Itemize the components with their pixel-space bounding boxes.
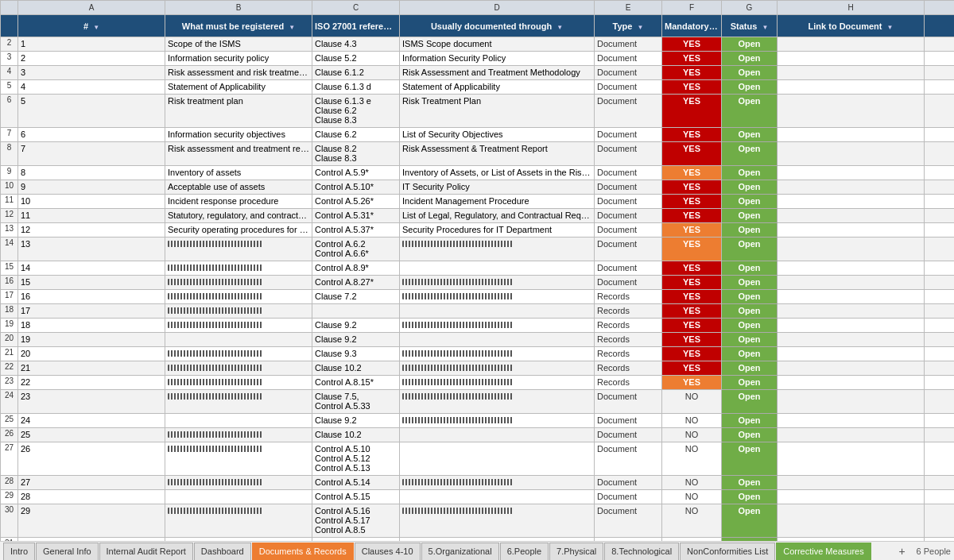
status[interactable]: Open xyxy=(722,95,778,128)
link-to-document[interactable] xyxy=(778,414,925,428)
comments[interactable] xyxy=(925,261,955,276)
sheet-tab[interactable]: Clauses 4-10 xyxy=(355,543,421,560)
status[interactable]: Open xyxy=(722,223,778,238)
status[interactable]: Open xyxy=(722,442,778,476)
comments[interactable] xyxy=(925,390,955,414)
comments[interactable] xyxy=(925,376,955,390)
comments[interactable] xyxy=(925,414,955,428)
sheet-tab[interactable]: 8.Technological xyxy=(604,543,679,560)
comments[interactable] xyxy=(925,442,955,476)
comments[interactable] xyxy=(925,538,955,542)
link-to-document[interactable] xyxy=(778,333,925,347)
sheet-tab[interactable]: Intro xyxy=(3,543,35,560)
link-to-document[interactable] xyxy=(778,428,925,442)
link-to-document[interactable] xyxy=(778,142,925,166)
sheet-tab[interactable]: General Info xyxy=(36,543,99,560)
status[interactable]: Open xyxy=(722,490,778,504)
comments[interactable] xyxy=(925,333,955,347)
sheet-tab[interactable]: 7.Physical xyxy=(549,543,603,560)
comments[interactable] xyxy=(925,347,955,361)
status[interactable]: Open xyxy=(722,195,778,209)
status[interactable]: Open xyxy=(722,142,778,166)
comments[interactable] xyxy=(925,195,955,209)
status[interactable]: Open xyxy=(722,390,778,414)
comments[interactable] xyxy=(925,37,955,52)
status[interactable]: Open xyxy=(722,238,778,261)
col-header-status[interactable]: Status ▼ xyxy=(722,15,778,37)
sheet-tab[interactable]: 5.Organizational xyxy=(421,543,499,560)
status[interactable]: Open xyxy=(722,414,778,428)
col-header-num[interactable]: # ▼ xyxy=(18,15,165,37)
col-header-mandatory[interactable]: Mandatory ▼ xyxy=(662,15,722,37)
comments[interactable] xyxy=(925,490,955,504)
comments[interactable] xyxy=(925,290,955,304)
link-to-document[interactable] xyxy=(778,442,925,476)
status[interactable]: Open xyxy=(722,276,778,290)
link-to-document[interactable] xyxy=(778,52,925,66)
link-to-document[interactable] xyxy=(778,490,925,504)
link-to-document[interactable] xyxy=(778,128,925,142)
sheet-tab[interactable]: Internal Audit Report xyxy=(99,543,193,560)
sheet-tab[interactable]: NonConformities List xyxy=(680,543,775,560)
comments[interactable] xyxy=(925,66,955,80)
comments[interactable] xyxy=(925,142,955,166)
link-to-document[interactable] xyxy=(778,195,925,209)
sheet-tab[interactable]: 6.People xyxy=(500,543,549,560)
link-to-document[interactable] xyxy=(778,538,925,542)
col-header-comments[interactable]: Comments xyxy=(925,15,955,37)
comments[interactable] xyxy=(925,476,955,490)
col-header-iso[interactable]: ISO 27001 reference ▼ xyxy=(312,15,400,37)
status[interactable]: Open xyxy=(722,180,778,195)
sheet-tab[interactable]: Corrective Measures xyxy=(776,543,871,560)
link-to-document[interactable] xyxy=(778,319,925,333)
link-to-document[interactable] xyxy=(778,180,925,195)
link-to-document[interactable] xyxy=(778,304,925,319)
comments[interactable] xyxy=(925,276,955,290)
comments[interactable] xyxy=(925,319,955,333)
comments[interactable] xyxy=(925,166,955,180)
status[interactable]: Open xyxy=(722,166,778,180)
sheet-tab[interactable]: Dashboard xyxy=(194,543,251,560)
status[interactable]: Open xyxy=(722,361,778,376)
status[interactable]: Open xyxy=(722,504,778,538)
link-to-document[interactable] xyxy=(778,66,925,80)
comments[interactable] xyxy=(925,52,955,66)
status[interactable]: Open xyxy=(722,319,778,333)
link-to-document[interactable] xyxy=(778,95,925,128)
col-header-link[interactable]: Link to Document ▼ xyxy=(778,15,925,37)
link-to-document[interactable] xyxy=(778,504,925,538)
link-to-document[interactable] xyxy=(778,166,925,180)
link-to-document[interactable] xyxy=(778,209,925,223)
status[interactable]: Open xyxy=(722,304,778,319)
status[interactable]: Open xyxy=(722,37,778,52)
status[interactable]: Open xyxy=(722,261,778,276)
link-to-document[interactable] xyxy=(778,390,925,414)
comments[interactable] xyxy=(925,180,955,195)
spreadsheet-container[interactable]: A B C D E F G H I # ▼ What must be regis… xyxy=(0,0,954,541)
comments[interactable] xyxy=(925,238,955,261)
comments[interactable] xyxy=(925,361,955,376)
col-header-documented[interactable]: Usually documented through ▼ xyxy=(400,15,595,37)
link-to-document[interactable] xyxy=(778,37,925,52)
status[interactable]: Open xyxy=(722,80,778,95)
comments[interactable] xyxy=(925,223,955,238)
status[interactable]: Open xyxy=(722,128,778,142)
add-tab-button[interactable]: + xyxy=(894,543,909,560)
comments[interactable] xyxy=(925,304,955,319)
status[interactable]: Open xyxy=(722,209,778,223)
comments[interactable] xyxy=(925,95,955,128)
sheet-tab[interactable]: Documents & Records xyxy=(252,543,354,560)
status[interactable]: Open xyxy=(722,428,778,442)
comments[interactable] xyxy=(925,209,955,223)
comments[interactable] xyxy=(925,428,955,442)
status[interactable]: Open xyxy=(722,347,778,361)
status[interactable]: Open xyxy=(722,290,778,304)
link-to-document[interactable] xyxy=(778,276,925,290)
comments[interactable] xyxy=(925,504,955,538)
status[interactable]: Open xyxy=(722,333,778,347)
link-to-document[interactable] xyxy=(778,376,925,390)
link-to-document[interactable] xyxy=(778,347,925,361)
status[interactable]: Open xyxy=(722,538,778,542)
link-to-document[interactable] xyxy=(778,476,925,490)
status[interactable]: Open xyxy=(722,476,778,490)
